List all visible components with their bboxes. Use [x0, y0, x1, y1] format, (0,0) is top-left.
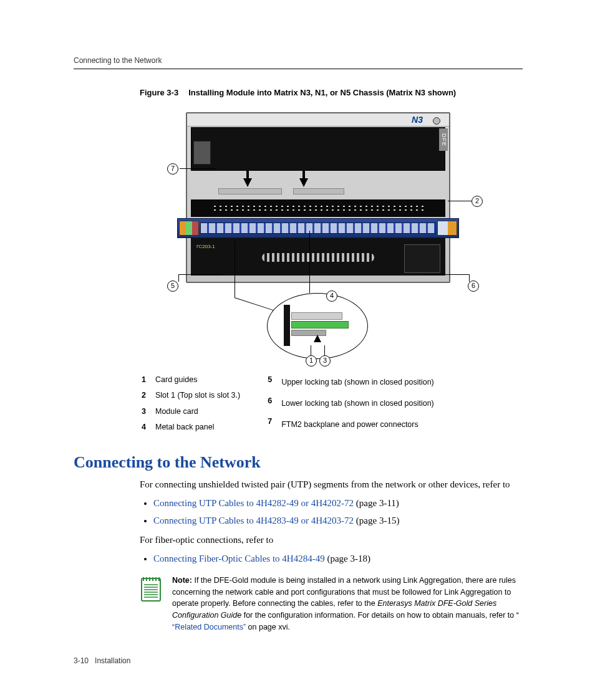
note-box: Note: If the DFE-Gold module is being in…: [140, 575, 523, 633]
dfe-tag: DFE: [439, 128, 448, 151]
figure-illustration: N3 DFE 7C203-1 7 2 5 6: [74, 106, 523, 368]
callout-2: 2: [472, 196, 483, 207]
list-item: Connecting UTP Cables to 4H4282-49 or 4H…: [153, 497, 523, 511]
module-card: [177, 218, 459, 238]
chapter-name: Installation: [95, 656, 130, 665]
running-header: Connecting to the Network: [74, 56, 523, 65]
figure-title: Installing Module into Matrix N3, N1, or…: [188, 88, 456, 97]
list-item: Connecting Fiber-Optic Cables to 4H4284-…: [153, 552, 523, 566]
section-heading: Connecting to the Network: [74, 453, 523, 472]
arrow-down-icon: [299, 178, 308, 187]
xref-link[interactable]: Connecting UTP Cables to 4H4282-49 or 4H…: [153, 498, 354, 508]
power-indicator-icon: [433, 117, 440, 125]
callout-3: 3: [319, 355, 331, 367]
chassis: N3 DFE 7C203-1: [186, 112, 450, 283]
xref-link[interactable]: “Related Documents”: [172, 623, 246, 631]
callout-5: 5: [167, 280, 178, 292]
callout-4: 4: [326, 290, 337, 302]
inset-detail: [267, 293, 368, 359]
page-footer: 3-10 Installation: [74, 656, 130, 665]
callout-1: 1: [306, 355, 317, 367]
paragraph: For connecting unshielded twisted pair (…: [140, 478, 523, 492]
handle-left: [193, 141, 211, 165]
callout-6: 6: [468, 280, 479, 292]
arrow-down-icon: [243, 178, 252, 187]
figure-label: Figure 3-3: [140, 88, 178, 97]
chassis-brand: N3: [412, 115, 423, 125]
arrow-up-icon: [314, 335, 321, 342]
paragraph: For fiber-optic connections, refer to: [140, 534, 523, 547]
note-text: Note: If the DFE-Gold module is being in…: [172, 575, 523, 633]
figure-legend: 1Card guides 2Slot 1 (Top slot is slot 3…: [140, 372, 523, 436]
figure-caption: Figure 3-3Installing Module into Matrix …: [140, 88, 523, 97]
chassis-model-label: 7C203-1: [196, 243, 217, 251]
callout-7: 7: [167, 163, 178, 175]
list-item: Connecting UTP Cables to 4H4283-49 or 4H…: [153, 514, 523, 528]
page-number: 3-10: [74, 656, 89, 665]
header-rule: [74, 69, 523, 69]
xref-link[interactable]: Connecting UTP Cables to 4H4283-49 or 4H…: [153, 515, 354, 525]
xref-link[interactable]: Connecting Fiber-Optic Cables to 4H4284-…: [153, 554, 325, 563]
notepad-icon: [140, 575, 163, 633]
